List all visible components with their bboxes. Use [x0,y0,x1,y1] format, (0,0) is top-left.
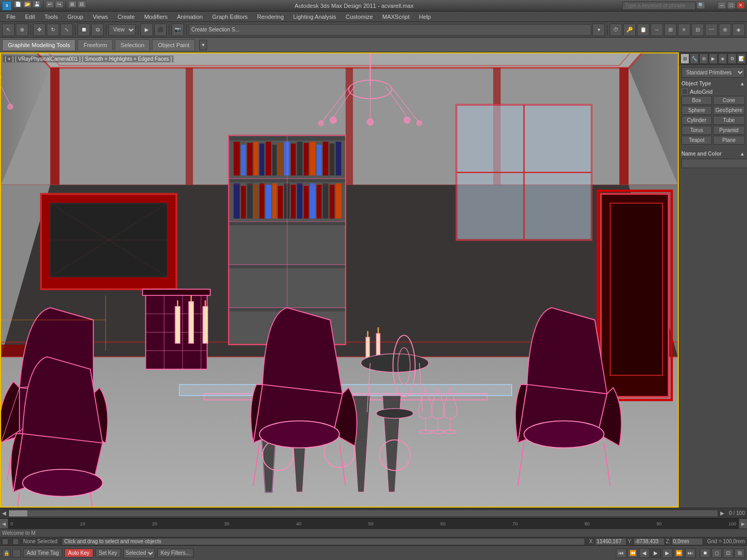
tb-render-btn[interactable]: ▶ [140,24,153,36]
tb-align-btn[interactable]: ≡ [678,24,690,36]
tb-align2-btn[interactable]: ⊟ [691,24,704,36]
tb-mat-btn[interactable]: ◈ [732,24,745,36]
panel-btn-script[interactable]: 📝 [737,53,746,64]
view-dropdown[interactable]: View [109,24,136,36]
minimize-btn[interactable]: ─ [718,2,726,9]
ribbon-tab-selection[interactable]: Selection [115,39,150,50]
scrubber-right-btn[interactable]: ▶ [739,519,747,529]
play-next-frame-btn[interactable]: ▶ [662,548,673,558]
panel-btn-display[interactable]: ◈ [718,53,727,64]
tb-snap2-btn[interactable]: ⧉ [91,24,104,36]
btn-box[interactable]: Box [681,96,712,105]
menu-item-file[interactable]: File [2,13,20,21]
scrubber-area[interactable]: ◀ 0 10 20 30 40 50 60 70 80 90 100 ▶ [0,518,747,529]
mini-btn-3[interactable]: ⊡ [723,548,733,558]
tb-rotate-btn[interactable]: ↻ [47,24,59,36]
menu-item-group[interactable]: Group [63,13,88,21]
tb-select2-btn[interactable]: ⊕ [16,24,28,36]
panel-btn-utils[interactable]: ⚙ [728,53,737,64]
btn-sphere[interactable]: Sphere [681,106,712,115]
timeline-track[interactable] [8,510,718,517]
menu-item-modifiers[interactable]: Modifiers [140,13,172,21]
menu-item-lighting-analysis[interactable]: Lighting Analysis [289,13,340,21]
play-fwd-btn[interactable]: ⏩ [674,548,684,558]
panel-btn-motion[interactable]: ▶ [709,53,718,64]
ribbon-tab-graphite[interactable]: Graphite Modeling Tools [2,39,75,50]
play-btn[interactable]: ▶ [651,548,661,558]
viewport[interactable]: [ + ] [ VRayPhysicalCamera001 ] [ Smooth… [0,52,679,508]
menu-item-graph-editors[interactable]: Graph Editors [208,13,252,21]
tb-camera-btn[interactable]: 📷 [171,24,184,36]
panel-btn-hierarchy[interactable]: ⊛ [699,53,708,64]
object-name-input[interactable] [681,159,747,168]
tb-move-btn[interactable]: ✥ [33,24,46,36]
tb-keys-btn[interactable]: 🔑 [623,24,636,36]
tb-scale-btn[interactable]: ⤡ [60,24,73,36]
tb-mirror-btn[interactable]: ↔ [651,24,663,36]
panel-btn-modify[interactable]: 🔧 [690,53,699,64]
key-icon[interactable] [13,549,21,557]
lock-icon[interactable]: 🔒 [2,549,10,557]
autogrid-checkbox[interactable] [681,89,688,95]
titlebar-icon-2[interactable]: ⊟ [78,1,86,8]
menu-item-create[interactable]: Create [113,13,139,21]
menu-item-customize[interactable]: Customize [341,13,377,21]
btn-pyramid[interactable]: Pyramid [713,126,745,135]
play-next-btn[interactable]: ⏭ [685,548,696,558]
maximize-btn[interactable]: □ [727,2,735,9]
play-prev-frame-btn[interactable]: ◀ [639,548,649,558]
titlebar-icon-redo[interactable]: ↪ [55,1,63,8]
titlebar-icon-1[interactable]: ⊞ [68,1,77,8]
menu-item-tools[interactable]: Tools [40,13,62,21]
titlebar-icon-new[interactable]: 📄 [14,1,22,8]
tb-array-btn[interactable]: ⊞ [664,24,677,36]
status-icon-2[interactable] [13,539,19,545]
tb-time-btn[interactable]: ⏱ [610,24,622,36]
mini-btn-4[interactable]: ⊞ [734,548,745,558]
panel-btn-create[interactable]: ⊞ [680,53,689,64]
btn-cone[interactable]: Cone [713,96,745,105]
btn-geosphere[interactable]: GeoSphere [713,106,745,115]
play-prev-btn[interactable]: ⏮ [616,548,626,558]
tb-snap-btn[interactable]: 🔲 [78,24,90,36]
tb-select-btn[interactable]: ↖ [2,24,15,36]
search-btn[interactable]: 🔍 [697,2,705,9]
menu-item-rendering[interactable]: Rendering [253,13,288,21]
search-input[interactable] [622,2,696,10]
key-mode-dropdown[interactable]: Selected [123,548,155,558]
tb-schematic-btn[interactable]: ⊛ [719,24,731,36]
create-selection-field[interactable]: Create Selection S... [189,24,591,36]
titlebar-icon-undo[interactable]: ↩ [46,1,54,8]
mini-btn-2[interactable]: ◻ [711,548,722,558]
tb-render2-btn[interactable]: ⬛ [154,24,167,36]
btn-torus[interactable]: Torus [681,126,712,135]
status-icon-1[interactable] [2,539,8,545]
z-coord-input[interactable] [672,538,703,545]
tb-layer-btn[interactable]: 📋 [637,24,649,36]
menu-item-maxscript[interactable]: MAXScript [378,13,414,21]
ribbon-extra-dropdown[interactable]: ▾ [199,40,207,50]
create-selection-btn[interactable]: ▾ [592,24,605,36]
play-back-btn[interactable]: ⏪ [627,548,638,558]
x-coord-input[interactable] [595,538,626,545]
close-btn[interactable]: ✕ [737,2,745,9]
btn-tube[interactable]: Tube [713,116,745,125]
menu-item-animation[interactable]: Animation [173,13,207,21]
add-time-tag-btn[interactable]: Add Time Tag [23,548,62,557]
tb-curve-btn[interactable]: 〰 [705,24,718,36]
btn-cylinder[interactable]: Cylinder [681,116,712,125]
y-coord-input[interactable] [633,538,665,545]
menu-item-help[interactable]: Help [415,13,435,21]
ribbon-tab-freeform[interactable]: Freeform [78,39,113,50]
primitives-dropdown[interactable]: Standard Primitives [681,67,745,78]
btn-plane[interactable]: Plane [713,136,745,145]
menu-item-views[interactable]: Views [89,13,112,21]
menu-item-edit[interactable]: Edit [21,13,39,21]
timeline-slider[interactable] [9,510,27,517]
btn-teapot[interactable]: Teapot [681,136,712,145]
set-key-btn[interactable]: Set Key [95,548,121,557]
mini-btn-1[interactable]: ◽ [700,548,710,558]
ribbon-tab-objectpaint[interactable]: Object Paint [152,39,195,50]
titlebar-icon-save[interactable]: 💾 [33,1,41,8]
titlebar-icon-open[interactable]: 📂 [23,1,31,8]
